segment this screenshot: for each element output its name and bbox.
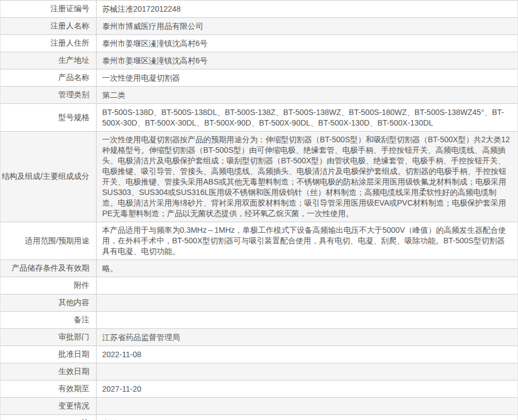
registration-info-table: 注册证编号 苏械注准20172012248 注册人名称 泰州市博威医疗用品有限公… bbox=[0, 0, 518, 420]
row-label: 备注 bbox=[1, 312, 97, 328]
table-row-management-class: 管理类别 第二类 bbox=[1, 87, 517, 104]
table-row-other-content: 其他内容 bbox=[1, 294, 517, 312]
table-row-remarks: 备注 bbox=[1, 312, 517, 329]
row-label: 批准日期 bbox=[1, 346, 97, 363]
row-label: 适用范围/预期用途 bbox=[1, 222, 97, 259]
table-row-approval-date: 批准日期 2022-11-08 bbox=[1, 346, 517, 363]
row-label: 型号规格 bbox=[1, 104, 97, 131]
row-value: 泰州市博威医疗用品有限公司 bbox=[102, 21, 203, 32]
table-row-change-status: 变更情况 bbox=[1, 398, 517, 415]
row-value: 略。 bbox=[102, 263, 118, 274]
table-row-storage-validity: 产品储存条件及有效期 略。 bbox=[1, 260, 517, 277]
table-row-effective-date: 生效日期 bbox=[1, 363, 517, 381]
row-label: 生效日期 bbox=[1, 363, 97, 380]
row-label: 变更情况 bbox=[1, 398, 97, 414]
row-label: 管理类别 bbox=[1, 87, 97, 103]
table-row-approval-department: 审批部门 江苏省药品监督管理局 bbox=[1, 329, 517, 346]
row-label: 产品名称 bbox=[1, 69, 97, 86]
table-row-registrant-name: 注册人名称 泰州市博威医疗用品有限公司 bbox=[1, 18, 517, 35]
table-row-note: ? 注 详情 bbox=[1, 415, 517, 420]
table-row-expiry-date: 有效期至 2027-11-20 bbox=[1, 381, 517, 398]
table-row-attachments: 附件 bbox=[1, 277, 517, 294]
row-label: 附件 bbox=[1, 277, 97, 294]
table-row-production-address: 生产地址 泰州市姜堰区溱潼镇沈高村6号 bbox=[1, 52, 517, 69]
table-row-structure-composition: 结构及组成/主要组成成分 一次性使用电凝切割器按产品的预期用途分为：伸缩型切割器… bbox=[1, 132, 517, 222]
row-label: 产品储存条件及有效期 bbox=[1, 260, 97, 277]
row-label: 结构及组成/主要组成成分 bbox=[1, 132, 97, 222]
row-label: 生产地址 bbox=[1, 52, 97, 69]
row-label: ? 注 bbox=[1, 415, 97, 420]
row-label: 审批部门 bbox=[1, 329, 97, 346]
row-value: 泰州市姜堰区溱潼镇沈高村6号 bbox=[102, 56, 208, 66]
table-row-intended-use: 适用范围/预期用途 本产品适用于与频率为0.3MHz～1MHz，单极工作模式下设… bbox=[1, 222, 517, 260]
row-label: 注册证编号 bbox=[1, 1, 97, 17]
table-row-model-specs: 型号规格 BT-500S-138D、BT-500S-138DL、BT-500S-… bbox=[1, 104, 517, 132]
table-row-reg-number: 注册证编号 苏械注准20172012248 bbox=[1, 1, 517, 18]
table-row-product-name: 产品名称 一次性使用电凝切割器 bbox=[1, 69, 517, 87]
detail-link[interactable]: 详情 bbox=[102, 418, 118, 420]
table-row-registrant-address: 注册人住所 泰州市姜堰区溱潼镇沈高村6号 bbox=[1, 35, 517, 52]
row-value: BT-500S-138D、BT-500S-138DL、BT-500S-138Z、… bbox=[102, 107, 511, 128]
row-value: 本产品适用于与频率为0.3MHz～1MHz，单极工作模式下设备高频输出电压不大于… bbox=[102, 225, 511, 257]
row-value: 一次性使用电凝切割器按产品的预期用途分为：伸缩型切割器（BT-500S型）和吸刮… bbox=[102, 134, 511, 219]
row-label: 注册人住所 bbox=[1, 35, 97, 52]
row-label: 有效期至 bbox=[1, 381, 97, 397]
row-value: 2022-11-08 bbox=[102, 349, 142, 360]
row-label: 其他内容 bbox=[1, 294, 97, 311]
row-value: 苏械注准20172012248 bbox=[102, 4, 181, 14]
row-label: 注册人名称 bbox=[1, 18, 97, 34]
row-value: 一次性使用电凝切割器 bbox=[102, 73, 180, 83]
row-value: 第二类 bbox=[102, 90, 125, 101]
row-value: 江苏省药品监督管理局 bbox=[102, 332, 180, 343]
row-value: 泰州市姜堰区溱潼镇沈高村6号 bbox=[102, 38, 208, 49]
row-value: 2027-11-20 bbox=[102, 384, 142, 394]
